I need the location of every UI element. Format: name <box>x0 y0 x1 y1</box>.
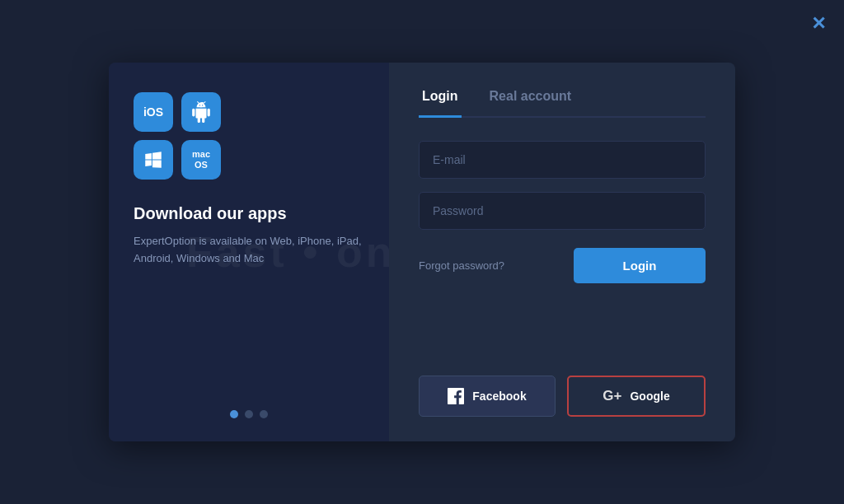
macos-icon: macOS <box>181 140 221 180</box>
left-panel: Fast • on iOS <box>109 63 389 441</box>
download-title: Download our apps <box>134 204 364 223</box>
spacer <box>419 283 706 362</box>
dot-2[interactable] <box>245 410 253 418</box>
ios-label: iOS <box>143 105 163 119</box>
forgot-password-button[interactable]: Forgot password? <box>419 259 504 272</box>
windows-svg <box>143 149 164 170</box>
carousel-dots <box>230 410 268 418</box>
login-button[interactable]: Login <box>574 248 706 283</box>
macos-label: macOS <box>192 149 210 170</box>
facebook-icon <box>448 388 464 404</box>
facebook-login-button[interactable]: Facebook <box>419 376 556 417</box>
facebook-label: Facebook <box>472 390 526 403</box>
ios-icon: iOS <box>134 92 173 132</box>
google-label: Google <box>630 390 669 403</box>
right-panel: Login Real account Forgot password? Logi… <box>389 63 735 441</box>
password-group <box>419 192 706 230</box>
tab-login[interactable]: Login <box>419 89 462 118</box>
google-login-button[interactable]: G+ Google <box>567 376 706 417</box>
social-row: Facebook G+ Google <box>419 376 706 417</box>
email-group <box>419 141 706 179</box>
password-input[interactable] <box>419 192 706 230</box>
download-description: ExpertOption is available on Web, iPhone… <box>134 233 364 268</box>
close-button[interactable]: ✕ <box>811 15 826 33</box>
app-icons-grid: iOS macOS <box>134 92 364 180</box>
tabs: Login Real account <box>419 87 706 118</box>
modal: Fast • on iOS <box>109 63 735 441</box>
android-svg <box>190 101 212 123</box>
dot-1[interactable] <box>230 410 238 418</box>
form-actions-row: Forgot password? Login <box>419 248 706 283</box>
google-plus-icon: G+ <box>603 388 621 404</box>
android-icon <box>181 92 221 132</box>
email-input[interactable] <box>419 141 706 179</box>
dot-3[interactable] <box>260 410 268 418</box>
windows-icon <box>134 140 173 180</box>
overlay: ✕ Fast • on iOS <box>0 0 844 504</box>
tab-real-account[interactable]: Real account <box>486 89 575 118</box>
